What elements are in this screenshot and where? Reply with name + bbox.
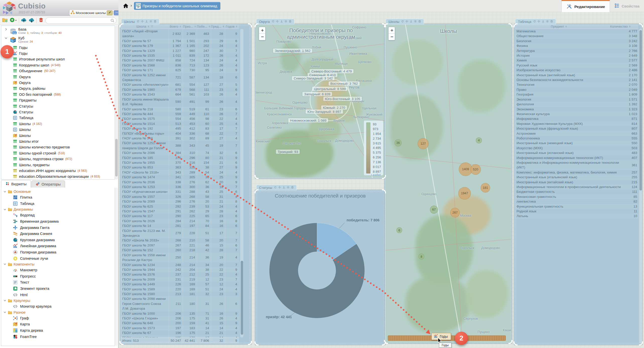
tree-item-Школы, подготовка строки[interactable]: Школы, подготовка строки(972) (1, 156, 115, 162)
region-label-Восточный[interactable]: Восточный: 3 762 (329, 81, 360, 86)
tree-item-Округа[interactable]: Округа (1, 80, 115, 85)
widget-resize-icon[interactable] (276, 20, 279, 24)
table-row[interactable]: Русский язык2 569 (515, 63, 638, 68)
tree-scrollbar[interactable] (115, 26, 118, 180)
table-row[interactable]: ГБОУ школа № 85336332538279 (121, 165, 239, 170)
table-row[interactable]: Экономика1 323 (515, 107, 638, 112)
widget-schools-map[interactable]: Школы Школы + − Leaflet 3612741409520194… (384, 24, 512, 343)
table-row[interactable]: Мировая Художественная Культура (МХК)814 (515, 121, 638, 126)
table-scrollbar[interactable] (639, 29, 642, 343)
palette-folder-Диаграммы[interactable]: Диаграммы (1, 207, 115, 212)
table-row[interactable]: Изобразительное искусство2 486 (515, 68, 638, 72)
table-row[interactable]: Информационно-коммуникационные технологи… (515, 155, 638, 160)
widget-settings-icon[interactable] (287, 186, 290, 190)
table-row[interactable]: ГБОУ школа № 1980679568111236 (121, 87, 239, 92)
table-row[interactable]: Право2 049 (515, 87, 638, 92)
tree-item-Школы[interactable]: Школы (1, 133, 115, 138)
school-cluster-bubble[interactable]: 6 (397, 227, 402, 233)
palette-item-Плитка[interactable]: Плитка (1, 194, 115, 201)
widget-schools-table[interactable]: Школы ШколаВсегоПриз...Побе...Пред...Год… (120, 24, 251, 344)
palette-item-Круговая диаграмма[interactable]: Круговая диаграмма (1, 237, 115, 243)
tree-item-education.ИНН адрес координаты[interactable]: education.ИНН адрес координаты(4 563) (1, 168, 115, 173)
widget-delete-icon[interactable] (291, 186, 294, 190)
widget-resize-icon[interactable] (537, 20, 540, 24)
table-row[interactable]: Иностранный язык (китайский язык)215 (515, 180, 638, 185)
table-rows[interactable]: Математика4 777Обществознание3 348Биолог… (515, 29, 638, 343)
tree-item-Годы[interactable]: Годы (1, 50, 115, 56)
table-row[interactable]: ГБОУ школа № 203633827662209 (121, 180, 239, 185)
tree-item-Округа, районы[interactable]: Округа, районы (1, 86, 115, 92)
table-row[interactable]: ГБОУ школа № 444559449110267 (121, 112, 239, 116)
table-row[interactable]: Экология1 571 (515, 97, 638, 102)
widget-delete-icon[interactable] (418, 20, 421, 24)
zoom-in-button[interactable]: + (389, 27, 395, 34)
palette-item-Солнечные лучи[interactable]: Солнечные лучи (1, 255, 115, 262)
tree-item-Статусы[interactable]: Статусы (1, 103, 115, 109)
tree-item-Координаты школ[interactable]: Координаты школ(4 548) (1, 62, 115, 68)
tree-item-ОО без повторений[interactable]: ОО без повторений(588) (1, 92, 115, 97)
table-row[interactable]: ГБОУ «Школа № 2033»26821058207 (121, 238, 239, 243)
project-chip[interactable]: Московские школы (69, 10, 121, 16)
palette-item-Диаграмма Сэнкея[interactable]: Диаграмма Сэнкея (1, 231, 115, 237)
tree-item-Таблица[interactable]: Таблица (1, 115, 115, 121)
table-row[interactable]: Технология2 070 (515, 82, 638, 87)
column-header-Приз...[interactable]: Приз... (183, 25, 197, 28)
table-row[interactable]: Математика4 777 (515, 29, 638, 34)
region-label-Юго-Восточный[interactable]: Юго-Восточный: 3 105 (323, 97, 362, 101)
table-row[interactable]: ГБОУ школа № 1543664561103264 (121, 92, 239, 97)
widget-refresh-icon[interactable] (401, 20, 404, 24)
tree-item-Школы[interactable]: Школы (1, 127, 115, 132)
delete-button[interactable] (38, 17, 44, 24)
widget-download-icon[interactable] (282, 186, 285, 190)
dashboard-canvas[interactable]: Школы ШколаВсегоПриз...Побе...Пред...Год… (118, 12, 644, 348)
table-row[interactable]: Иностранный язык (итальянский язык)255 (515, 175, 638, 180)
tab-properties[interactable]: Свойства (610, 0, 644, 12)
table-row[interactable]: ГБОУ школа № 13291 227980247307 (121, 48, 239, 53)
table-row[interactable]: ГБОУ «Курчатовская школа»33128843256 (121, 189, 239, 194)
table-row[interactable]: ГАОУ школа № 54839130289274 (121, 136, 239, 141)
add-button[interactable] (10, 17, 17, 24)
table-row[interactable]: ГБОУ школа № 194424220438229 (121, 267, 239, 272)
palette-item-Водопад[interactable]: Водопад (1, 212, 115, 218)
column-header-Школа[interactable]: Школа (121, 25, 169, 28)
palette-scrollbar[interactable] (115, 188, 118, 346)
widget-settings-icon[interactable] (546, 20, 549, 24)
table-row[interactable]: Физика3 108 (515, 43, 638, 48)
palette-item-FoamTree[interactable]: FoamTree (1, 333, 115, 340)
table-row[interactable]: ГБОУ школа № 2007 ФМШ858724134244 (121, 58, 239, 63)
school-cluster-bubble[interactable]: 67 (430, 206, 438, 214)
open-folder-button[interactable] (2, 17, 8, 24)
home-button[interactable] (122, 3, 129, 10)
tree-item-Куб[interactable]: КубСрезов: 24 (1, 36, 115, 45)
widget-settings-icon[interactable] (149, 20, 152, 24)
widget-delete-icon[interactable] (289, 20, 292, 24)
tab-widgets[interactable]: Виджеты (1, 180, 31, 188)
tree-item-education.Образовательные организации[interactable]: education.Образовательные организации(4 … (1, 174, 115, 180)
widget-resize-icon[interactable] (278, 186, 281, 190)
widget-resize-icon[interactable] (141, 20, 144, 24)
table-row[interactable]: ГБОУ школа № 158922016951244 (121, 287, 239, 292)
tab-edit-mode[interactable]: Редактирование (561, 0, 610, 12)
widget-statuses-tab[interactable]: Статусы (256, 185, 297, 190)
tree-scrollbar-thumb[interactable] (115, 139, 118, 177)
palette-item-Элемент проекта[interactable]: Элемент проекта (1, 286, 115, 292)
map-attribution[interactable]: Leaflet (371, 173, 381, 177)
table-row[interactable]: ГБОУ школа № 151451345360254 (121, 121, 239, 126)
table-row[interactable]: Иностранный язык (французский язык)807 (515, 126, 638, 131)
table-row[interactable]: ГБОУ школа № 1791 3671 165202244 (121, 43, 239, 48)
table-row[interactable]: ГБОУ школа № 15226021842287 (121, 248, 239, 252)
region-label-Северо-Западный[interactable]: Северо-Западный: 3 142 (292, 76, 335, 80)
upload-button[interactable] (21, 17, 27, 24)
tree-item-Школы, предметы[interactable]: Школы, предметы (1, 162, 115, 168)
table-row[interactable]: ГБОУ школа № 200923121912237 (121, 277, 239, 282)
zoom-in-button[interactable]: + (259, 27, 266, 34)
table-row[interactable]: Иностранный язык (немецкий язык)550 (515, 141, 638, 145)
table-row[interactable]: ГБОУ «Школа Глория»20617531264 (121, 316, 239, 321)
table-row[interactable]: ГБОУ школа № 144922616957124 (121, 282, 239, 287)
table-row[interactable]: ГБОУ школа № 11729022565236 (121, 214, 239, 218)
table-row[interactable]: ГБОУ школа № 1252 имени Сервантеса721587… (121, 73, 239, 82)
school-cluster-bubble[interactable]: 127 (418, 138, 429, 149)
table-row[interactable]: ГБОУ школа № 1428119784166 (121, 223, 239, 228)
widget-refresh-icon[interactable] (274, 186, 277, 190)
school-cluster-bubble[interactable]: 1947 (458, 187, 471, 200)
